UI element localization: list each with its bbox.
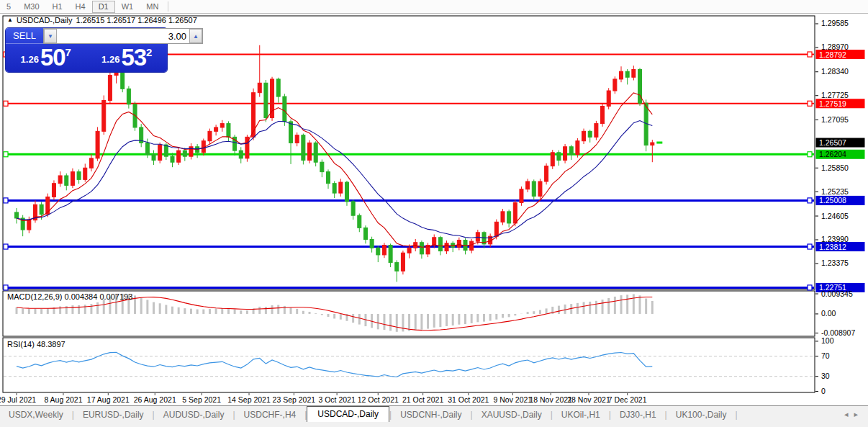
date-axis-label: 17 Aug 2021: [87, 395, 130, 404]
chart-ohlc-values: 1.26515 1.26517 1.26496 1.26507: [76, 16, 197, 24]
date-axis-label: 9 Nov 2021: [493, 395, 532, 404]
rsi-axis-label: 100: [821, 336, 834, 345]
date-axis-label: 23 Sep 2021: [273, 395, 316, 404]
macd-axis-label: 0.00: [821, 309, 836, 318]
price-axis-label: 1.29585: [821, 19, 849, 27]
buy-price-big: 53: [121, 45, 146, 69]
price-axis-label: 1.27725: [821, 91, 849, 99]
level-handle-right[interactable]: [808, 285, 812, 290]
level-handle-left[interactable]: [4, 285, 8, 290]
tab-ukoil-h1[interactable]: UKOil-,H1: [553, 408, 609, 422]
tab-usdcad-daily[interactable]: USDCAD-,Daily: [307, 406, 389, 422]
buy-price-quote[interactable]: 1.26 53 2: [89, 45, 166, 70]
date-axis-label: 7 Dec 2021: [608, 395, 647, 404]
date-axis-label: 18 Nov 2021: [529, 395, 572, 404]
price-badge-label: 1.26204: [819, 150, 846, 158]
date-axis-label: 26 Aug 2021: [134, 395, 176, 404]
tab-usdx-weekly[interactable]: USDX,Weekly: [0, 408, 72, 422]
tab-xauusd-daily[interactable]: XAUUSD-,Daily: [473, 408, 551, 422]
sell-price-big: 50: [40, 45, 65, 69]
rsi-axis-label: 0: [821, 387, 826, 395]
status-strip: [0, 422, 868, 427]
price-badge-label: 1.26507: [819, 138, 846, 147]
date-axis-label: 28 Nov 2021: [567, 395, 610, 404]
last-price-marker: [656, 142, 662, 144]
date-axis-label: 3 Oct 2021: [318, 395, 356, 404]
one-click-trading-panel: SELL ▼ ▲ BUY 1.26 50 7 1.26 53 2: [6, 28, 167, 72]
rsi-axis-label: 30: [821, 372, 830, 380]
chart-tab-bar: USDX,Weekly|EURUSD-,Daily|AUDUSD-,Daily|…: [0, 405, 868, 422]
level-handle-left[interactable]: [4, 101, 8, 106]
date-axis-label: 12 Oct 2021: [358, 395, 399, 404]
rsi-indicator-label: RSI(14) 48.3897: [7, 340, 65, 349]
price-axis-label: 1.23375: [821, 259, 849, 267]
macd-indicator-label: MACD(12,26,9) 0.004384 0.007193: [7, 292, 132, 301]
level-handle-right[interactable]: [808, 244, 812, 249]
volume-decrease-button[interactable]: ▼: [44, 29, 57, 43]
price-badge-label: 1.27519: [819, 99, 846, 108]
level-handle-right[interactable]: [808, 152, 812, 157]
sell-price-prefix: 1.26: [21, 50, 39, 69]
collapse-panel-icon[interactable]: ▲: [7, 17, 13, 24]
tab-dj30-h1[interactable]: DJ30-,H1: [611, 408, 665, 422]
level-handle-left[interactable]: [4, 244, 8, 249]
level-handle-left[interactable]: [4, 152, 8, 157]
tab-scroll-left-icon[interactable]: ◂: [841, 410, 851, 418]
price-axis-label: 1.25235: [821, 187, 849, 196]
date-axis-label: 8 Aug 2021: [44, 395, 82, 404]
chart-title: ▲ USDCAD-,Daily 1.26515 1.26517 1.26496 …: [7, 16, 197, 24]
price-badge-label: 1.23812: [819, 243, 846, 251]
date-axis-label: 31 Oct 2021: [448, 395, 489, 404]
macd-axis-label: 0.009345: [821, 289, 853, 298]
level-handle-right[interactable]: [808, 198, 812, 203]
tab-divider: |: [735, 408, 737, 422]
buy-price-pip: 2: [146, 47, 152, 58]
rsi-pane: [3, 338, 815, 392]
tab-audusd-daily[interactable]: AUDUSD-,Daily: [155, 408, 233, 422]
price-axis-label: 1.25850: [821, 163, 849, 172]
level-handle-right[interactable]: [808, 52, 812, 57]
buy-price-prefix: 1.26: [101, 50, 119, 69]
tab-usdchf-h4[interactable]: USDCHF-,H4: [235, 408, 305, 422]
level-handle-right[interactable]: [808, 101, 812, 106]
date-axis-label: 21 Oct 2021: [402, 395, 443, 404]
macd-axis-label: -0.008907: [821, 328, 855, 337]
sell-button[interactable]: SELL: [6, 28, 43, 44]
tab-eurusd-daily[interactable]: EURUSD-,Daily: [74, 408, 153, 422]
price-badge-label: 1.28792: [819, 50, 846, 59]
buy-button[interactable]: BUY: [203, 28, 222, 44]
tab-scroll-right-icon[interactable]: ▸: [851, 410, 861, 418]
tab-scroll-arrows: ◂▸: [841, 410, 861, 422]
price-axis-label: 1.24605: [821, 212, 849, 220]
level-handle-left[interactable]: [4, 198, 8, 203]
rsi-axis-label: 70: [821, 351, 830, 360]
sell-price-quote[interactable]: 1.26 50 7: [7, 45, 85, 70]
tab-usdcnh-daily[interactable]: USDCNH-,Daily: [392, 408, 470, 422]
price-axis-label: 1.28340: [821, 67, 849, 76]
volume-increase-button[interactable]: ▲: [189, 29, 202, 43]
volume-widget: ▼ ▲: [43, 28, 203, 44]
tab-uk100-daily[interactable]: UK100-,Daily: [667, 408, 736, 422]
date-axis-label: 5 Sep 2021: [182, 395, 221, 404]
sell-price-pip: 7: [65, 47, 71, 58]
date-axis-label: 14 Sep 2021: [227, 395, 271, 404]
trading-app-window: 5M30H1H4D1W1MN 1.295851.289701.283401.27…: [0, 0, 868, 427]
price-badge-label: 1.25008: [819, 196, 846, 204]
chart-symbol-label: USDCAD-,Daily: [17, 16, 73, 24]
price-axis-label: 1.27095: [821, 115, 849, 124]
date-axis-label: 29 Jul 2021: [0, 395, 36, 404]
volume-input[interactable]: [57, 29, 189, 43]
